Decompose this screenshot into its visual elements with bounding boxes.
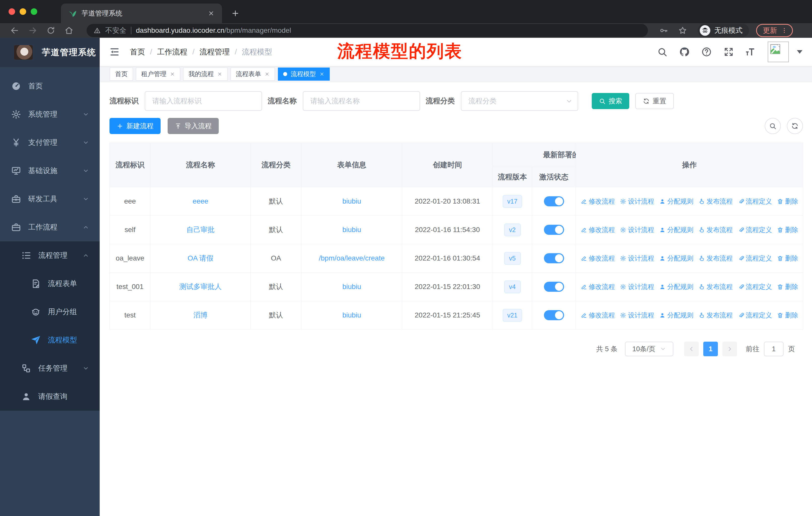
sidebar-item-home[interactable]: 首页 <box>0 72 100 100</box>
github-icon[interactable] <box>679 47 690 57</box>
reset-button[interactable]: 重置 <box>635 93 674 109</box>
bookmark-star-icon[interactable] <box>678 26 687 35</box>
breadcrumb-item[interactable]: 流程管理 <box>200 47 230 57</box>
avatar-caret-icon[interactable] <box>797 50 803 54</box>
forward-icon[interactable] <box>28 26 37 35</box>
action-assign-rule[interactable]: 分配规则 <box>659 197 693 206</box>
form-info-link[interactable]: biubiu <box>342 311 361 319</box>
process-category-select[interactable] <box>461 91 578 111</box>
back-icon[interactable] <box>10 26 19 35</box>
process-name-link[interactable]: 自己审批 <box>186 226 215 234</box>
form-info-link[interactable]: /bpm/oa/leave/create <box>319 254 385 262</box>
update-button[interactable]: 更新 <box>756 24 793 37</box>
action-delete[interactable]: 删除 <box>777 311 798 320</box>
hamburger-icon[interactable] <box>109 47 120 57</box>
sidebar-item-workflow[interactable]: 工作流程 <box>0 213 100 241</box>
toggle-search-button[interactable] <box>765 118 781 134</box>
browser-menu-dots-icon[interactable] <box>781 27 788 34</box>
active-toggle[interactable] <box>544 282 564 292</box>
tag-租户管理[interactable]: 租户管理 <box>136 67 180 81</box>
action-assign-rule[interactable]: 分配规则 <box>659 254 693 263</box>
process-name-link[interactable]: OA 请假 <box>187 254 213 262</box>
action-edit-flow[interactable]: 修改流程 <box>581 254 615 263</box>
action-delete[interactable]: 删除 <box>777 225 798 234</box>
current-page[interactable]: 1 <box>703 342 718 356</box>
user-avatar[interactable] <box>768 42 789 62</box>
close-window-button[interactable] <box>8 8 15 15</box>
tab-close-icon[interactable] <box>208 10 214 17</box>
action-design-flow[interactable]: 设计流程 <box>620 282 654 291</box>
breadcrumb-item[interactable]: 工作流程 <box>157 47 187 57</box>
minimize-window-button[interactable] <box>20 8 26 15</box>
action-assign-rule[interactable]: 分配规则 <box>659 225 693 234</box>
goto-page-input[interactable] <box>764 342 784 356</box>
sidebar-item-process-model[interactable]: 流程模型 <box>0 326 100 354</box>
home-icon[interactable] <box>64 26 74 35</box>
action-flow-definition[interactable]: 流程定义 <box>738 311 772 320</box>
help-icon[interactable] <box>701 47 712 57</box>
sidebar-item-task-manage[interactable]: 任务管理 <box>0 354 100 382</box>
form-info-link[interactable]: biubiu <box>342 226 361 234</box>
action-flow-definition[interactable]: 流程定义 <box>738 225 772 234</box>
tag-close-icon[interactable] <box>170 72 175 77</box>
action-edit-flow[interactable]: 修改流程 <box>581 197 615 206</box>
page-size-select[interactable]: 10条/页 <box>625 342 673 356</box>
sidebar-item-process-manage[interactable]: 流程管理 <box>0 241 100 270</box>
search-icon[interactable] <box>657 47 668 57</box>
breadcrumb-item[interactable]: 首页 <box>130 47 145 57</box>
sidebar-item-user-group[interactable]: 用户分组 <box>0 298 100 326</box>
maximize-window-button[interactable] <box>31 8 37 15</box>
process-name-link[interactable]: 测试多审批人 <box>179 283 222 291</box>
action-delete[interactable]: 删除 <box>777 254 798 263</box>
action-assign-rule[interactable]: 分配规则 <box>659 282 693 291</box>
process-key-input[interactable] <box>145 91 262 111</box>
active-toggle[interactable] <box>544 225 564 235</box>
fullscreen-icon[interactable] <box>723 47 734 57</box>
action-edit-flow[interactable]: 修改流程 <box>581 225 615 234</box>
tag-close-icon[interactable] <box>319 72 324 77</box>
tag-我的流程[interactable]: 我的流程 <box>183 67 228 81</box>
action-delete[interactable]: 删除 <box>777 197 798 206</box>
action-design-flow[interactable]: 设计流程 <box>620 254 654 263</box>
search-button[interactable]: 搜索 <box>592 93 629 109</box>
action-publish-flow[interactable]: 发布流程 <box>698 254 733 263</box>
import-process-button[interactable]: 导入流程 <box>168 118 219 134</box>
new-process-button[interactable]: 新建流程 <box>110 118 161 134</box>
tag-close-icon[interactable] <box>217 72 222 77</box>
browser-tab[interactable]: 芋道管理系统 <box>61 3 222 23</box>
active-toggle[interactable] <box>544 310 564 320</box>
action-design-flow[interactable]: 设计流程 <box>620 225 654 234</box>
sidebar-item-process-form[interactable]: 流程表单 <box>0 270 100 298</box>
sidebar-item-system[interactable]: 系统管理 <box>0 100 100 129</box>
security-warning-icon[interactable] <box>94 27 101 34</box>
tag-close-icon[interactable] <box>265 72 269 77</box>
tag-流程表单[interactable]: 流程表单 <box>231 67 275 81</box>
process-name-link[interactable]: eeee <box>193 197 208 205</box>
form-info-link[interactable]: biubiu <box>342 283 361 291</box>
active-toggle[interactable] <box>544 196 564 206</box>
action-flow-definition[interactable]: 流程定义 <box>738 282 772 291</box>
action-publish-flow[interactable]: 发布流程 <box>698 311 733 320</box>
action-design-flow[interactable]: 设计流程 <box>620 311 654 320</box>
action-publish-flow[interactable]: 发布流程 <box>698 282 733 291</box>
action-flow-definition[interactable]: 流程定义 <box>738 197 772 206</box>
active-toggle[interactable] <box>544 253 564 263</box>
action-flow-definition[interactable]: 流程定义 <box>738 254 772 263</box>
tag-流程模型[interactable]: 流程模型 <box>278 67 330 81</box>
form-info-link[interactable]: biubiu <box>342 197 361 205</box>
process-name-input[interactable] <box>303 91 420 111</box>
next-page-button[interactable] <box>722 342 737 356</box>
action-publish-flow[interactable]: 发布流程 <box>698 197 733 206</box>
refresh-table-button[interactable] <box>787 118 803 134</box>
key-icon[interactable] <box>660 26 669 35</box>
action-assign-rule[interactable]: 分配规则 <box>659 311 693 320</box>
sidebar-item-payment[interactable]: 支付管理 <box>0 129 100 157</box>
prev-page-button[interactable] <box>684 342 699 356</box>
action-design-flow[interactable]: 设计流程 <box>620 197 654 206</box>
tag-首页[interactable]: 首页 <box>110 67 133 81</box>
process-name-link[interactable]: 滔博 <box>194 311 208 319</box>
reload-icon[interactable] <box>46 26 55 35</box>
font-size-icon[interactable] <box>746 47 756 57</box>
action-delete[interactable]: 删除 <box>777 282 798 291</box>
action-edit-flow[interactable]: 修改流程 <box>581 282 615 291</box>
